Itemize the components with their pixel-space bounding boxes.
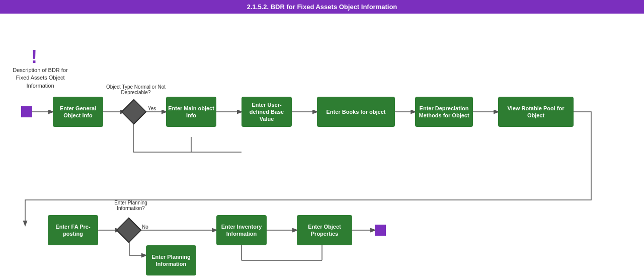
diamond-2 xyxy=(116,218,142,243)
rotable-pool-node[interactable]: View Rotable Pool for Object xyxy=(498,97,574,127)
yes-label: Yes xyxy=(148,106,156,111)
planning-info-node[interactable]: Enter Planning Information xyxy=(146,245,196,275)
diamond-2-label: Enter Planning Information? xyxy=(108,200,153,211)
start-node-1 xyxy=(21,106,32,117)
canvas: ! Description of BDR for Fixed Assets Ob… xyxy=(0,14,644,275)
fa-preposting-node[interactable]: Enter FA Pre-posting xyxy=(48,215,98,245)
main-object-node[interactable]: Enter Main object Info xyxy=(166,97,216,127)
object-properties-node[interactable]: Enter Object Properties xyxy=(297,215,352,245)
page-header: 2.1.5.2. BDR for Fixed Assets Object Inf… xyxy=(0,0,644,14)
general-object-node[interactable]: Enter General Object Info xyxy=(53,97,103,127)
end-node-1 xyxy=(375,225,386,236)
books-object-node[interactable]: Enter Books for object xyxy=(317,97,395,127)
depreciation-node[interactable]: Enter Depreciation Methods for Object xyxy=(415,97,473,127)
diamond-1-label: Object Type Normal or Not Depreciable? xyxy=(106,84,166,95)
user-defined-node[interactable]: Enter User-defined Base Value xyxy=(242,97,292,127)
inventory-node[interactable]: Enter Inventory Information xyxy=(216,215,267,245)
diamond-1 xyxy=(121,99,147,125)
no-label: No xyxy=(142,224,148,230)
description-label: Description of BDR for Fixed Assets Obje… xyxy=(10,66,70,90)
exclamation-icon: ! xyxy=(31,46,37,67)
header-title: 2.1.5.2. BDR for Fixed Assets Object Inf… xyxy=(247,3,397,11)
